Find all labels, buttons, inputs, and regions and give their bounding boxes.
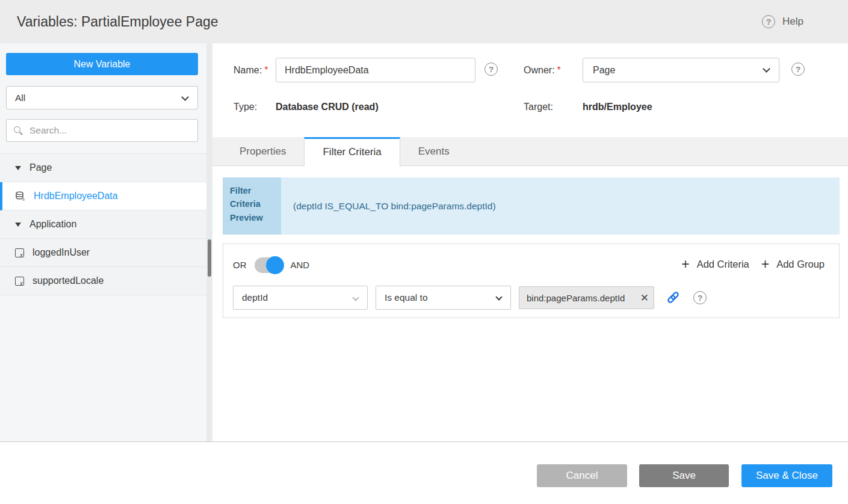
dialog-footer: Cancel Save Save & Close [0, 441, 848, 504]
name-label: Name:* [234, 58, 268, 82]
owner-select-value: Page [593, 65, 615, 75]
owner-label-text: Owner: [524, 65, 555, 75]
target-label: Target: [524, 102, 553, 112]
field-select[interactable]: deptId [233, 286, 368, 310]
search-icon [14, 126, 23, 135]
help-label: Help [782, 16, 803, 28]
name-input[interactable] [276, 58, 475, 82]
chevron-down-icon [352, 294, 359, 301]
name-label-text: Name: [234, 65, 262, 75]
tab-properties[interactable]: Properties [221, 137, 304, 166]
chevron-down-icon [495, 293, 502, 300]
dialog-header: Variables: PartialEmployee Page Help [0, 0, 848, 43]
model-variable-icon [15, 277, 24, 286]
database-icon: x [15, 191, 25, 201]
collapse-arrow-icon[interactable] [15, 223, 21, 227]
help-icon [762, 15, 775, 28]
svg-text:x: x [22, 197, 25, 201]
scrollbar-thumb[interactable] [208, 239, 211, 277]
logic-toggle-group: OR AND [233, 256, 309, 274]
bind-link-icon[interactable] [666, 290, 680, 307]
clear-bind-icon[interactable] [640, 293, 649, 303]
variables-dialog: Variables: PartialEmployee Page Help New… [0, 0, 848, 504]
owner-help-icon[interactable] [791, 63, 805, 76]
save-button[interactable]: Save [639, 464, 729, 487]
criteria-help-icon[interactable] [693, 291, 707, 304]
sidebar-item-loggedinuser[interactable]: loggedInUser [0, 239, 206, 267]
sidebar-group-label: Page [29, 162, 52, 173]
add-group-label: Add Group [776, 259, 825, 270]
sidebar-item-label: HrdbEmployeeData [34, 191, 118, 201]
name-help-icon[interactable] [484, 63, 498, 76]
variable-tree: Page x HrdbEmployeeData Application [0, 153, 206, 295]
type-label: Type: [234, 102, 257, 112]
save-and-close-button[interactable]: Save & Close [741, 464, 832, 487]
sidebar-item-supportedlocale[interactable]: supportedLocale [0, 267, 206, 295]
name-field-box [276, 58, 475, 82]
or-and-toggle[interactable] [255, 257, 283, 273]
sidebar-item-hrdbemployeedata[interactable]: x HrdbEmployeeData [0, 182, 206, 211]
sidebar-group-application[interactable]: Application [0, 211, 206, 239]
help-button[interactable]: Help [762, 0, 803, 43]
owner-select[interactable]: Page [583, 58, 779, 82]
sidebar-item-label: loggedInUser [32, 247, 90, 258]
bind-value-token[interactable]: bind:pageParams.deptId [519, 286, 654, 309]
sidebar-group-page[interactable]: Page [0, 154, 206, 182]
add-criteria-label: Add Criteria [697, 259, 749, 270]
variable-type-filter-value: All [15, 93, 25, 103]
page-title: Variables: PartialEmployee Page [17, 0, 218, 43]
chevron-down-icon [763, 65, 770, 73]
filter-criteria-preview: Filter Criteria Preview (deptId IS_EQUAL… [223, 177, 840, 235]
criteria-row: deptId Is equal to bind:pageParams.deptI… [233, 286, 707, 310]
condition-select-value: Is equal to [385, 292, 428, 303]
add-criteria-button[interactable]: Add Criteria [681, 257, 749, 271]
variables-sidebar: New Variable All Page x [0, 43, 206, 441]
tab-filter-criteria[interactable]: Filter Criteria [304, 137, 400, 167]
variable-type-filter-select[interactable]: All [6, 86, 198, 109]
type-value: Database CRUD (read) [276, 102, 379, 112]
condition-select[interactable]: Is equal to [376, 286, 511, 310]
and-label: AND [291, 260, 310, 270]
cancel-button[interactable]: Cancel [537, 464, 627, 487]
search-input[interactable] [28, 124, 179, 137]
sidebar-item-label: supportedLocale [32, 275, 104, 286]
model-variable-icon [15, 248, 24, 257]
variable-search [6, 119, 198, 142]
required-marker: * [264, 65, 268, 75]
tab-bar: Properties Filter Criteria Events [212, 137, 848, 166]
toggle-knob [266, 256, 284, 274]
chevron-down-icon [181, 93, 189, 101]
criteria-actions: Add Criteria Add Group [681, 257, 825, 271]
required-marker: * [557, 65, 561, 75]
criteria-group: OR AND Add Criteria Add Group deptId [223, 244, 840, 318]
plus-icon [761, 257, 769, 271]
field-select-value: deptId [242, 292, 268, 303]
sidebar-scrollbar[interactable] [206, 43, 212, 441]
tab-events[interactable]: Events [400, 137, 468, 166]
collapse-arrow-icon[interactable] [15, 166, 21, 170]
plus-icon [681, 257, 689, 271]
preview-expression: (deptId IS_EQUAL_TO bind:pageParams.dept… [281, 177, 840, 235]
bind-value-text: bind:pageParams.deptId [527, 293, 640, 303]
owner-label: Owner:* [524, 58, 561, 82]
or-label: OR [233, 260, 247, 270]
variable-detail-panel: Name:* Owner:* Page Type: Database CRUD … [212, 43, 848, 441]
preview-label: Filter Criteria Preview [223, 177, 281, 235]
add-group-button[interactable]: Add Group [761, 257, 825, 271]
sidebar-group-label: Application [29, 219, 76, 230]
target-value: hrdb/Employee [583, 102, 652, 112]
new-variable-button[interactable]: New Variable [6, 53, 198, 75]
